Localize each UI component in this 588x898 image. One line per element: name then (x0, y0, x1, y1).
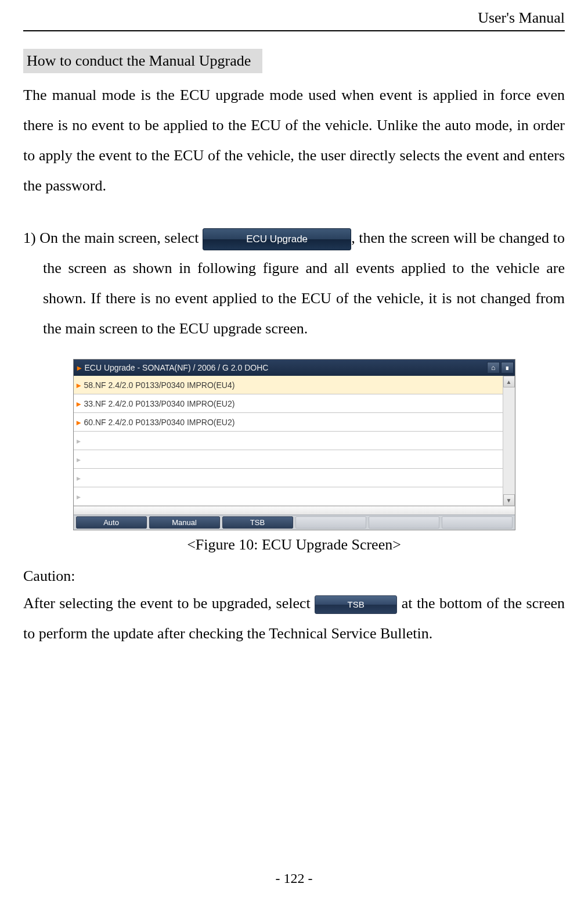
running-head: User's Manual (23, 9, 565, 27)
event-row[interactable]: ▸ 33.NF 2.4/2.0 P0133/P0340 IMPRO(EU2) (74, 394, 503, 413)
section-heading: How to conduct the Manual Upgrade (23, 49, 262, 73)
scroll-track[interactable] (503, 387, 515, 494)
tsb-button[interactable]: TSB (315, 595, 397, 614)
caution-heading: Caution: (23, 567, 565, 585)
event-label: 60.NF 2.4/2.0 P0133/P0340 IMPRO(EU2) (84, 418, 235, 427)
tab-auto[interactable]: Auto (76, 516, 147, 529)
tab-empty (369, 516, 439, 529)
tab-empty (442, 516, 513, 529)
bottom-tab-bar: Auto Manual TSB (74, 515, 515, 530)
step1-pre-text: 1) On the main screen, select (23, 229, 203, 246)
row-arrow-icon: ▸ (76, 418, 82, 427)
home-icon[interactable]: ⌂ (487, 362, 500, 373)
caution-paragraph: After selecting the event to be upgraded… (23, 588, 565, 649)
row-arrow-icon: ▸ (76, 380, 82, 390)
event-row[interactable]: ▸ 60.NF 2.4/2.0 P0133/P0340 IMPRO(EU2) (74, 413, 503, 432)
header-rule (23, 30, 565, 31)
scroll-down-icon[interactable]: ▼ (503, 494, 515, 506)
tab-empty (295, 516, 366, 529)
event-row[interactable]: ▸ 58.NF 2.4/2.0 P0133/P0340 IMPRO(EU4) (74, 376, 503, 394)
caution-pre-text: After selecting the event to be upgraded… (23, 595, 315, 612)
event-row-empty: ▸ (74, 469, 503, 487)
row-arrow-icon: ▸ (76, 399, 82, 408)
page-number: - 122 - (0, 871, 588, 886)
close-icon[interactable]: ∎ (501, 362, 514, 373)
window-title: ECU Upgrade - SONATA(NF) / 2006 / G 2.0 … (85, 363, 487, 372)
scroll-up-icon[interactable]: ▲ (503, 376, 515, 387)
tab-tsb[interactable]: TSB (222, 516, 293, 529)
status-bar (74, 506, 515, 515)
event-row-empty: ▸ (74, 432, 503, 450)
window-titlebar: ▸ ECU Upgrade - SONATA(NF) / 2006 / G 2.… (74, 360, 515, 376)
event-list: ▸ 58.NF 2.4/2.0 P0133/P0340 IMPRO(EU4) ▸… (74, 376, 503, 506)
figure-caption: <Figure 10: ECU Upgrade Screen> (23, 536, 565, 554)
tab-manual[interactable]: Manual (149, 516, 220, 529)
step-1: 1) On the main screen, select ECU Upgrad… (23, 223, 565, 344)
scrollbar[interactable]: ▲ ▼ (503, 376, 515, 506)
intro-paragraph: The manual mode is the ECU upgrade mode … (23, 80, 565, 201)
ecu-upgrade-button[interactable]: ECU Upgrade (203, 228, 351, 250)
event-row-empty: ▸ (74, 487, 503, 506)
titlebar-arrow-icon: ▸ (74, 363, 85, 372)
event-label: 58.NF 2.4/2.0 P0133/P0340 IMPRO(EU4) (84, 380, 235, 390)
ecu-upgrade-window: ▸ ECU Upgrade - SONATA(NF) / 2006 / G 2.… (73, 359, 515, 530)
event-row-empty: ▸ (74, 450, 503, 469)
event-label: 33.NF 2.4/2.0 P0133/P0340 IMPRO(EU2) (84, 399, 235, 408)
